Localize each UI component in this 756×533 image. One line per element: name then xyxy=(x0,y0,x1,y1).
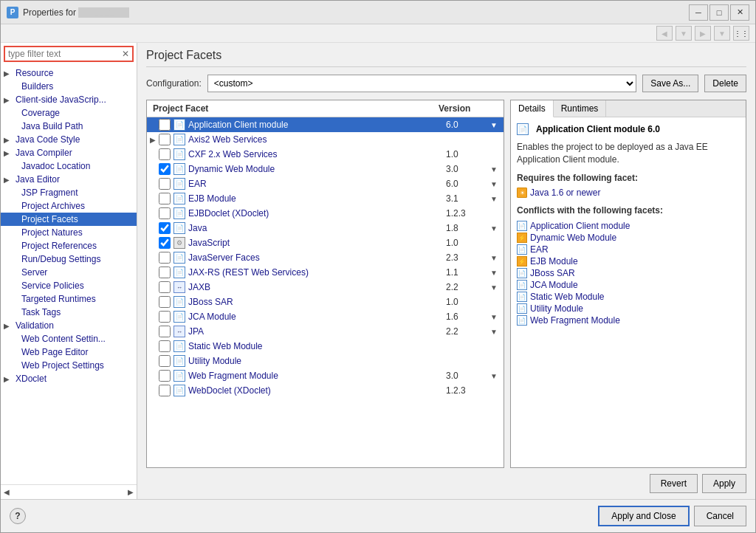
version-dropdown-icon[interactable]: ▼ xyxy=(490,165,501,173)
table-row[interactable]: 📄 JBoss SAR 1.0 xyxy=(147,295,504,309)
back-button[interactable]: ◀ xyxy=(656,26,673,41)
save-as-button[interactable]: Save As... xyxy=(642,75,698,92)
tab-details[interactable]: Details xyxy=(511,100,554,117)
sidebar-item-web-project-settings[interactable]: Web Project Settings xyxy=(1,359,137,372)
facet-checkbox[interactable] xyxy=(159,237,171,249)
sidebar-item-task-tags[interactable]: Task Tags xyxy=(1,306,137,319)
table-row[interactable]: 📄 EJB Module 3.1 ▼ xyxy=(147,191,504,206)
table-row[interactable]: 📄 JAX-RS (REST Web Services) 1.1 ▼ xyxy=(147,265,504,280)
window-controls: ─ □ ✕ xyxy=(689,4,749,21)
table-row[interactable]: ⚙ JavaScript 1.0 xyxy=(147,235,504,250)
sidebar-item-project-archives[interactable]: Project Archives xyxy=(1,199,137,213)
facet-checkbox[interactable] xyxy=(159,193,171,204)
sidebar-item-server[interactable]: Server xyxy=(1,266,137,279)
sidebar-item-javadoc-location[interactable]: Javadoc Location xyxy=(1,159,137,173)
delete-button[interactable]: Delete xyxy=(704,75,746,92)
sidebar-item-web-page-editor[interactable]: Web Page Editor xyxy=(1,345,137,359)
search-input[interactable] xyxy=(8,49,122,59)
table-row[interactable]: 📄 WebDoclet (XDoclet) 1.2.3 xyxy=(147,383,504,398)
sidebar-item-builders[interactable]: Builders xyxy=(1,80,137,93)
facet-checkbox[interactable] xyxy=(159,266,171,278)
tab-runtimes[interactable]: Runtimes xyxy=(554,100,607,117)
sidebar-item-web-content-settings[interactable]: Web Content Settin... xyxy=(1,332,137,345)
facet-checkbox[interactable] xyxy=(159,326,171,337)
sidebar-item-project-references[interactable]: Project References xyxy=(1,239,137,252)
table-row[interactable]: 📄 EJBDoclet (XDoclet) 1.2.3 xyxy=(147,206,504,221)
minimize-button[interactable]: ─ xyxy=(689,4,708,21)
version-dropdown-icon[interactable]: ▼ xyxy=(490,180,501,188)
table-row[interactable]: 📄 Web Fragment Module 3.0 ▼ xyxy=(147,368,504,383)
table-row[interactable]: 📄 EAR 6.0 ▼ xyxy=(147,176,504,191)
forward-button[interactable]: ▶ xyxy=(695,26,711,41)
facet-checkbox[interactable] xyxy=(159,148,171,160)
facet-checkbox[interactable] xyxy=(159,252,171,264)
close-button[interactable]: ✕ xyxy=(730,4,749,21)
revert-button[interactable]: Revert xyxy=(650,474,698,493)
table-row[interactable]: ▶ 📄 Axis2 Web Services xyxy=(147,132,504,147)
facet-checkbox[interactable] xyxy=(159,163,171,175)
sidebar-item-client-side-js[interactable]: ▶ Client-side JavaScrip... xyxy=(1,93,137,106)
search-clear-icon[interactable]: ✕ xyxy=(122,49,129,59)
back-dropdown-button[interactable]: ▼ xyxy=(676,26,692,41)
maximize-button[interactable]: □ xyxy=(709,4,729,21)
menu-button[interactable]: ⋮⋮ xyxy=(733,26,749,41)
sidebar-item-xdoclet[interactable]: ▶ XDoclet xyxy=(1,372,137,385)
version-dropdown-icon[interactable]: ▼ xyxy=(490,121,501,129)
table-row[interactable]: ↔ JAXB 2.2 ▼ xyxy=(147,280,504,295)
facet-checkbox[interactable] xyxy=(159,340,171,352)
facet-checkbox[interactable] xyxy=(159,370,171,382)
sidebar-item-targeted-runtimes[interactable]: Targeted Runtimes xyxy=(1,292,137,306)
facet-checkbox[interactable] xyxy=(159,311,171,323)
table-row[interactable]: 📄 Utility Module xyxy=(147,354,504,368)
table-row[interactable]: 📄 Static Web Module xyxy=(147,339,504,354)
sidebar-item-jsp-fragment[interactable]: JSP Fragment xyxy=(1,186,137,199)
version-dropdown-icon[interactable]: ▼ xyxy=(490,372,501,380)
facet-checkbox[interactable] xyxy=(159,355,171,367)
facet-name: JavaScript xyxy=(188,238,446,248)
sidebar-item-validation[interactable]: ▶ Validation xyxy=(1,319,137,332)
apply-button[interactable]: Apply xyxy=(702,474,746,493)
sidebar-item-service-policies[interactable]: Service Policies xyxy=(1,279,137,292)
facet-checkbox[interactable] xyxy=(159,385,171,396)
help-button[interactable]: ? xyxy=(10,508,26,524)
table-row[interactable]: 📄 Application Client module 6.0 ▼ xyxy=(147,117,504,132)
sidebar-item-java-build-path[interactable]: Java Build Path xyxy=(1,120,137,133)
sidebar-item-coverage[interactable]: Coverage xyxy=(1,106,137,120)
facet-checkbox[interactable] xyxy=(159,281,171,293)
scroll-left-icon[interactable]: ◀ xyxy=(4,488,10,496)
version-dropdown-icon[interactable]: ▼ xyxy=(490,328,501,336)
facet-checkbox[interactable] xyxy=(159,296,171,308)
facet-checkbox[interactable] xyxy=(159,119,171,131)
table-row[interactable]: 📄 Dynamic Web Module 3.0 ▼ xyxy=(147,162,504,176)
expand-icon[interactable]: ▶ xyxy=(150,136,159,144)
version-dropdown-icon[interactable]: ▼ xyxy=(490,269,501,277)
config-row: Configuration: <custom> Save As... Delet… xyxy=(146,75,746,92)
configuration-select[interactable]: <custom> xyxy=(207,75,637,92)
table-row[interactable]: 📄 CXF 2.x Web Services 1.0 xyxy=(147,147,504,162)
facet-checkbox[interactable] xyxy=(159,134,171,145)
apply-close-button[interactable]: Apply and Close xyxy=(598,506,689,526)
cancel-button[interactable]: Cancel xyxy=(694,506,746,526)
table-row[interactable]: ↔ JPA 2.2 ▼ xyxy=(147,324,504,339)
table-row[interactable]: 📄 JCA Module 1.6 ▼ xyxy=(147,309,504,324)
forward-dropdown-button[interactable]: ▼ xyxy=(714,26,730,41)
sidebar-item-project-facets[interactable]: Project Facets xyxy=(1,213,137,226)
table-row[interactable]: 📄 JavaServer Faces 2.3 ▼ xyxy=(147,250,504,265)
sidebar-item-java-code-style[interactable]: ▶ Java Code Style xyxy=(1,133,137,146)
sidebar-item-resource[interactable]: ▶ Resource xyxy=(1,66,137,80)
facet-checkbox[interactable] xyxy=(159,207,171,219)
version-dropdown-icon[interactable]: ▼ xyxy=(490,313,501,321)
version-dropdown-icon[interactable]: ▼ xyxy=(490,254,501,262)
facet-checkbox[interactable] xyxy=(159,178,171,190)
table-row[interactable]: 📄 Java 1.8 ▼ xyxy=(147,221,504,235)
facet-checkbox[interactable] xyxy=(159,222,171,234)
sidebar-item-run-debug-settings[interactable]: Run/Debug Settings xyxy=(1,252,137,266)
sidebar-item-label: Run/Debug Settings xyxy=(21,254,100,264)
scroll-right-icon[interactable]: ▶ xyxy=(128,488,134,496)
version-dropdown-icon[interactable]: ▼ xyxy=(490,283,501,292)
sidebar-item-java-editor[interactable]: ▶ Java Editor xyxy=(1,173,137,186)
sidebar-item-project-natures[interactable]: Project Natures xyxy=(1,226,137,239)
version-dropdown-icon[interactable]: ▼ xyxy=(490,195,501,203)
version-dropdown-icon[interactable]: ▼ xyxy=(490,224,501,233)
sidebar-item-java-compiler[interactable]: ▶ Java Compiler xyxy=(1,146,137,159)
